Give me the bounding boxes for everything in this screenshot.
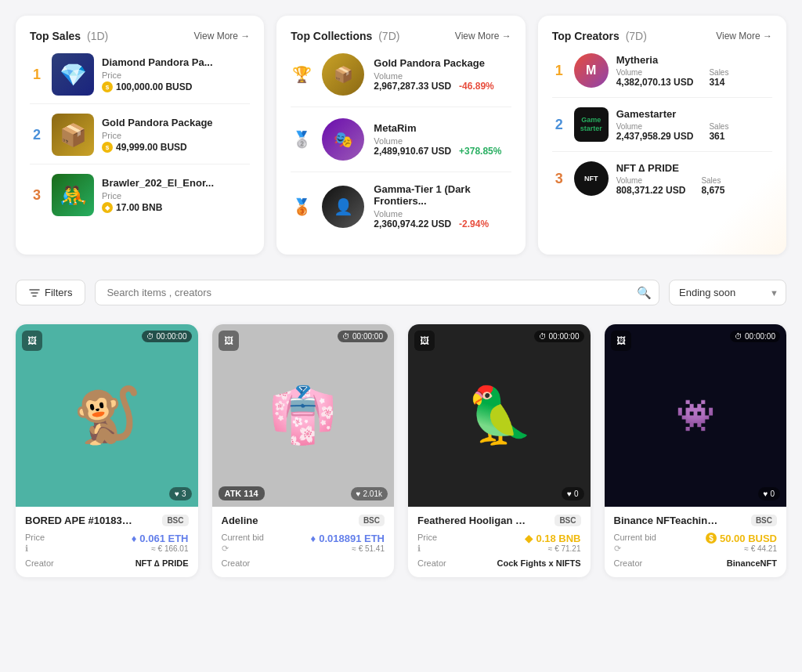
creator-stats: Volume 4,382,070.13 USD Sales 314 [616,68,772,88]
creator-label: Creator [417,558,446,568]
sale-image: 💎 [52,53,94,96]
top-cards-section: Top Sales (1D) View More → 1 💎 Diamond P… [16,16,786,255]
collection-change: -2.94% [459,219,489,229]
price-main: ♦ 0.061 ETH [132,533,189,544]
filters-button[interactable]: Filters [16,280,85,305]
nft-likes[interactable]: ♥ 0 [562,487,584,500]
price-sub: ≈ € 51.41 [311,544,385,553]
nft-image-wrap: 👘 🖼 ⏱ 00:00:00 ATK 114 ♥ 2.01k [212,324,395,507]
search-input[interactable] [95,280,659,305]
collection-image: 👤 [322,186,364,228]
collection-change: -46.89% [459,81,494,92]
nft-info: Feathered Hooligan # 2188 BSC Price ℹ ◆ … [408,507,591,577]
sale-price-label: Price [102,70,250,80]
price-main: ♦ 0.018891 ETH [311,533,385,544]
nft-title-row: Adeline BSC [222,515,385,526]
filter-bar: Filters 🔍 Ending soonRecently listedPric… [16,280,786,305]
sales-label: Sales [701,176,724,185]
nft-creator-row: Creator NFT ∆ PRIDE [25,558,189,568]
nft-card[interactable]: 🦜 🖼 ⏱ 00:00:00 ♥ 0 Feathered Hooligan # … [408,324,591,577]
top-creators-card: Top Creators (7D) View More → 1 M Myther… [538,16,786,255]
nft-card[interactable]: 👘 🖼 ⏱ 00:00:00 ATK 114 ♥ 2.01k Adeline B… [212,324,395,577]
creator-stats: Volume 808,371.22 USD Sales 8,675 [616,176,772,196]
collection-item[interactable]: 🥉 👤 Gamma-Tier 1 (Dark Frontiers... Volu… [291,183,511,240]
sort-select-wrap: Ending soonRecently listedPrice: Low to … [669,280,786,305]
nft-likes[interactable]: ♥ 0 [758,487,781,500]
nft-image-wrap: 🐒 🖼 ⏱ 00:00:00 ♥ 3 [16,324,198,507]
creator-item[interactable]: 3 NFT NFT ∆ PRIDE Volume 808,371.22 USD … [552,161,772,205]
medal-icon: 🥉 [292,196,311,218]
creator-info: Gamestarter Volume 2,437,958.29 USD Sale… [616,108,772,142]
info-icon: ℹ [417,544,421,553]
nft-price-row: Current bid ⟳ $ 50.00 BUSD ≈ € 44.21 [614,533,778,554]
chain-badge: BSC [359,515,385,526]
creator-name-small: NFT ∆ PRIDE [135,558,189,568]
creator-item[interactable]: 1 M Mytheria Volume 4,382,070.13 USD Sal… [552,53,772,98]
sort-select[interactable]: Ending soonRecently listedPrice: Low to … [669,280,786,305]
nft-creator-row: Creator [222,558,385,568]
nft-timer: ⏱ 00:00:00 [534,331,584,342]
top-sales-card: Top Sales (1D) View More → 1 💎 Diamond P… [16,16,264,255]
nft-type-icon: 🖼 [611,331,631,351]
nft-card[interactable]: 👾 🖼 ⏱ 00:00:00 ♥ 0 Binance NFTeaching - … [605,324,787,577]
creator-label: Creator [614,558,643,568]
creator-info: NFT ∆ PRIDE Volume 808,371.22 USD Sales … [616,162,772,196]
sale-image: 📦 [52,114,94,156]
price-main: $ 50.00 BUSD [706,533,777,544]
collection-item[interactable]: 🏆 📦 Gold Pandora Package Volume 2,967,28… [291,53,511,107]
nft-title: Adeline [222,515,258,526]
sale-image: 🤼 [52,174,94,216]
sale-item[interactable]: 2 📦 Gold Pandora Package Price $ 49,999.… [30,114,250,164]
nft-image: 🦜 [408,324,591,507]
nft-title-row: Binance NFTeaching - NF... BSC [614,515,778,526]
nft-card[interactable]: 🐒 🖼 ⏱ 00:00:00 ♥ 3 BORED APE #10183 ∆ 49… [16,324,198,577]
sales-label: Sales [709,68,728,77]
creator-sales: 8,675 [701,185,724,196]
creator-volume: 4,382,070.13 USD [616,77,694,88]
sale-name: Gold Pandora Package [102,117,250,128]
collection-change: +378.85% [459,146,501,157]
creator-item[interactable]: 2 Gamestarter Gamestarter Volume 2,437,9… [552,107,772,152]
nft-type-icon: 🖼 [414,331,435,351]
coin-icon: $ [102,142,113,153]
top-creators-view-more[interactable]: View More → [716,31,772,42]
collection-item[interactable]: 🥈 🎭 MetaRim Volume 2,489,910.67 USD +378… [291,118,511,172]
search-icon[interactable]: 🔍 [637,286,652,300]
coll-rank: 🥈 [291,128,312,150]
medal-icon: 🥈 [292,128,311,150]
creator-name-small: Cock Fights x NIFTS [497,558,581,568]
coin-icon: $ [102,81,113,92]
price-label: Current bid [222,533,264,542]
sale-price-label: Price [102,191,250,201]
creator-volume: 808,371.22 USD [616,185,686,196]
collection-name: Gold Pandora Package [374,57,511,69]
nft-grid: 🐒 🖼 ⏱ 00:00:00 ♥ 3 BORED APE #10183 ∆ 49… [16,324,786,577]
chain-badge: BSC [162,515,188,526]
nft-type-icon: 🖼 [219,331,239,351]
price-label: Price [25,533,45,542]
collection-image: 🎭 [322,118,364,161]
creator-name-small: BinanceNFT [727,558,777,568]
creator-stats: Volume 2,437,958.29 USD Sales 361 [616,122,772,142]
top-sales-view-more[interactable]: View More → [194,31,251,42]
creator-rank: 2 [552,117,566,133]
nft-title: Binance NFTeaching - NF... [614,515,724,526]
top-collections-card: Top Collections (7D) View More → 🏆 📦 Gol… [276,16,525,255]
creator-name: NFT ∆ PRIDE [616,162,772,174]
nft-likes[interactable]: ♥ 3 [169,487,192,500]
creator-name: Mytheria [616,54,772,66]
top-collections-view-more[interactable]: View More → [455,31,511,42]
sale-item[interactable]: 3 🤼 Brawler_202_El_Enor... Price ◆ 17.00… [30,174,250,224]
nft-image-wrap: 👾 🖼 ⏱ 00:00:00 ♥ 0 [605,324,787,507]
chain-badge: BSC [751,515,777,526]
nft-timer: ⏱ 00:00:00 [338,331,388,342]
nft-info: BORED APE #10183 ∆ 49... BSC Price ℹ ♦ 0… [16,507,198,577]
volume-label: Volume [374,136,511,146]
info-icon: ⟳ [222,544,229,553]
nft-likes[interactable]: ♥ 2.01k [351,487,388,500]
creator-label: Creator [222,558,251,568]
sale-info: Diamond Pandora Pa... Price $ 100,000.00… [102,56,250,92]
collection-name: Gamma-Tier 1 (Dark Frontiers... [374,183,511,207]
sale-item[interactable]: 1 💎 Diamond Pandora Pa... Price $ 100,00… [30,53,250,104]
nft-title: BORED APE #10183 ∆ 49... [25,515,135,526]
